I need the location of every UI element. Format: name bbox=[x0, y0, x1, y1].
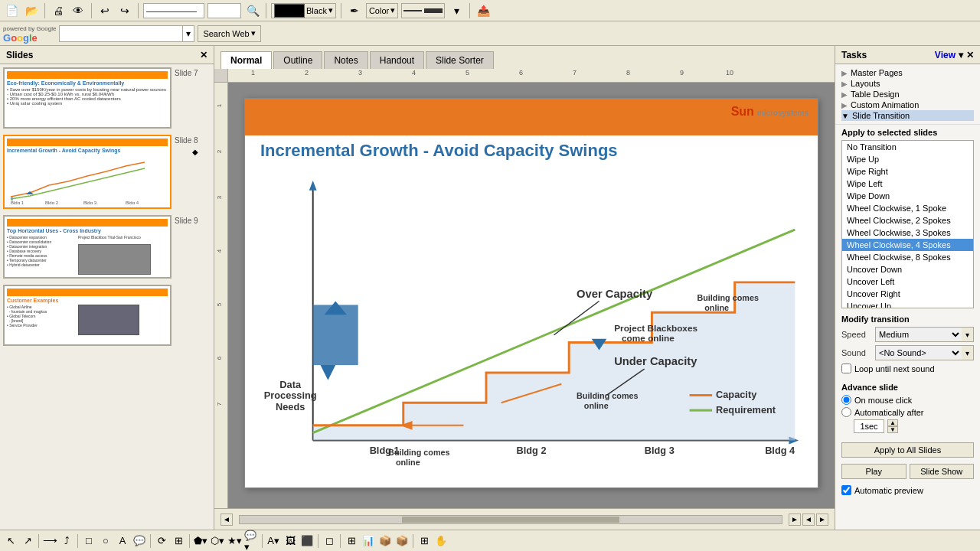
flowchart-btn[interactable]: ⬡▾ bbox=[210, 533, 225, 549]
insert-table-btn[interactable]: ⊞ bbox=[344, 533, 359, 549]
tasks-close-btn[interactable]: ✕ bbox=[966, 50, 974, 60]
export-icon[interactable]: 📤 bbox=[475, 2, 492, 19]
transition-item-13[interactable]: Uncover Up bbox=[842, 300, 973, 308]
print-icon[interactable]: 🖨 bbox=[50, 2, 67, 19]
select-tool[interactable]: ↖ bbox=[3, 533, 18, 549]
loop-checkbox[interactable] bbox=[841, 364, 851, 373]
drawing-toolbar: ↖ ↗ ⟶ ⤴ □ ○ A 💬 ⟳ ⊞ ⬟▾ ⬡▾ ★▾ 💬▾ A▾ 🖼 ⬛ ◻… bbox=[0, 530, 980, 551]
preview-icon[interactable]: 👁 bbox=[70, 2, 87, 19]
transition-item-1[interactable]: Wipe Up bbox=[842, 153, 973, 165]
slide-thumb-10[interactable]: Customer Examples • Global Airline - fou… bbox=[3, 285, 172, 346]
from-file-btn[interactable]: 🖼 bbox=[283, 533, 298, 549]
next-slide-btn[interactable]: ► bbox=[789, 514, 801, 526]
zoom-value-input[interactable]: 0.01" bbox=[207, 3, 241, 18]
insert-chart-btn[interactable]: 📊 bbox=[361, 533, 376, 549]
node-tool[interactable]: ↗ bbox=[20, 533, 35, 549]
svg-marker-18 bbox=[321, 365, 336, 380]
new-icon[interactable]: 📄 bbox=[3, 2, 20, 19]
callout-tool[interactable]: 💬 bbox=[132, 533, 147, 549]
tab-normal[interactable]: Normal bbox=[220, 51, 272, 69]
auto-after-radio[interactable] bbox=[841, 407, 851, 417]
horizontal-scrollbar[interactable] bbox=[239, 515, 782, 524]
slide-nav-prev[interactable]: ◄ bbox=[802, 514, 815, 526]
zoom-icon[interactable]: 🔍 bbox=[244, 2, 261, 19]
auto-preview-checkbox[interactable] bbox=[841, 485, 851, 495]
transition-item-3[interactable]: Wipe Left bbox=[842, 178, 973, 190]
zoom-input[interactable] bbox=[143, 3, 204, 18]
line-tool[interactable]: ⟶ bbox=[42, 533, 57, 549]
sound-select[interactable]: <No Sound> bbox=[875, 345, 962, 360]
search-input[interactable] bbox=[60, 26, 182, 41]
slide-nav-next[interactable]: ► bbox=[816, 514, 828, 526]
tab-slide-sorter[interactable]: Slide Sorter bbox=[426, 51, 494, 69]
connector-tool[interactable]: ⤴ bbox=[59, 533, 74, 549]
time-spin-up[interactable]: ▲ bbox=[887, 419, 898, 426]
align-tool[interactable]: ⊞ bbox=[171, 533, 186, 549]
mouse-click-radio[interactable] bbox=[841, 395, 851, 405]
shapes-btn[interactable]: ⬟▾ bbox=[193, 533, 208, 549]
transition-item-9[interactable]: Wheel Clockwise, 8 Spokes bbox=[842, 251, 973, 263]
open-icon[interactable]: 📂 bbox=[23, 2, 40, 19]
stars-btn[interactable]: ★▾ bbox=[227, 533, 242, 549]
tasks-link-layouts[interactable]: ▶ Layouts bbox=[841, 78, 974, 89]
show-draw-functions-btn[interactable]: ⊞ bbox=[416, 533, 432, 549]
prev-slide-btn[interactable]: ◄ bbox=[220, 514, 233, 526]
tasks-link-slide-transition[interactable]: ▼ Slide Transition bbox=[841, 110, 974, 121]
tasks-link-custom-animation[interactable]: ▶ Custom Animation bbox=[841, 99, 974, 110]
transition-list[interactable]: No TransitionWipe UpWipe RightWipe LeftW… bbox=[841, 140, 974, 308]
transition-item-10[interactable]: Uncover Down bbox=[842, 263, 973, 276]
play-btn[interactable]: Play bbox=[841, 464, 906, 479]
color-mode-btn[interactable]: Color ▾ bbox=[366, 3, 398, 18]
slides-close-btn[interactable]: ✕ bbox=[200, 50, 207, 60]
tasks-view-label[interactable]: View bbox=[935, 50, 956, 60]
time-spin-down[interactable]: ▼ bbox=[887, 426, 898, 433]
transition-item-8[interactable]: Wheel Clockwise, 4 Spokes bbox=[842, 239, 973, 251]
shadow-btn[interactable]: ◻ bbox=[322, 533, 337, 549]
slide-thumb-9[interactable]: Top Horizontal Uses - Cross Industry • D… bbox=[3, 215, 172, 279]
transition-item-5[interactable]: Wheel Clockwise, 1 Spoke bbox=[842, 202, 973, 214]
sep6 bbox=[469, 3, 470, 18]
transition-item-7[interactable]: Wheel Clockwise, 3 Spokes bbox=[842, 227, 973, 239]
transition-item-2[interactable]: Wipe Right bbox=[842, 165, 973, 178]
rotate-tool[interactable]: ⟳ bbox=[154, 533, 169, 549]
slide-content[interactable]: Sun microsystems Incremental Growth - Av… bbox=[244, 98, 818, 488]
extrusion-btn[interactable]: ⬛ bbox=[299, 533, 315, 549]
search-web-btn[interactable]: Search Web ▾ bbox=[198, 25, 260, 42]
view-dropdown-arrow[interactable]: ▾ bbox=[959, 50, 963, 60]
eyedropper-icon[interactable]: ✒ bbox=[346, 2, 363, 19]
tasks-link-table-design[interactable]: ▶ Table Design bbox=[841, 89, 974, 99]
rect-tool[interactable]: □ bbox=[81, 533, 96, 549]
transition-item-12[interactable]: Uncover Right bbox=[842, 288, 973, 300]
tasks-link-master-pages[interactable]: ▶ Master Pages bbox=[841, 67, 974, 78]
callouts-btn[interactable]: 💬▾ bbox=[243, 533, 259, 549]
apply-to-all-btn[interactable]: Apply to All Slides bbox=[841, 442, 974, 458]
sound-dropdown-arrow[interactable]: ▾ bbox=[962, 345, 974, 360]
tab-outline[interactable]: Outline bbox=[273, 51, 322, 69]
color-selector[interactable]: Black ▾ bbox=[271, 3, 336, 18]
fontwork-btn[interactable]: A▾ bbox=[266, 533, 281, 549]
undo-icon[interactable]: ↩ bbox=[96, 2, 113, 19]
speed-dropdown-arrow[interactable]: ▾ bbox=[962, 327, 974, 342]
insert-olap-btn[interactable]: 📦 bbox=[394, 533, 410, 549]
ellipse-tool[interactable]: ○ bbox=[98, 533, 113, 549]
transition-item-0[interactable]: No Transition bbox=[842, 141, 973, 153]
search-dropdown-btn[interactable]: ▾ bbox=[183, 28, 194, 39]
slide-9-label: Slide 9 bbox=[175, 215, 198, 225]
redo-icon[interactable]: ↪ bbox=[116, 2, 133, 19]
transition-item-4[interactable]: Wipe Down bbox=[842, 190, 973, 202]
speed-label: Speed bbox=[841, 330, 872, 339]
transition-item-11[interactable]: Uncover Left bbox=[842, 276, 973, 288]
slide-thumb-8[interactable]: Incremental Growth - Avoid Capacity Swin… bbox=[3, 135, 172, 209]
insert-frame-btn[interactable]: 📦 bbox=[377, 533, 393, 549]
line-style-selector[interactable] bbox=[401, 3, 445, 18]
slide-thumb-7[interactable]: Eco-friendly: Economically & Environment… bbox=[3, 67, 172, 129]
time-input[interactable] bbox=[854, 419, 884, 433]
slide-show-btn[interactable]: Slide Show bbox=[910, 464, 975, 479]
drag-mode-btn[interactable]: ✋ bbox=[433, 533, 449, 549]
tab-notes[interactable]: Notes bbox=[324, 51, 368, 69]
transition-item-6[interactable]: Wheel Clockwise, 2 Spokes bbox=[842, 214, 973, 227]
tab-handout[interactable]: Handout bbox=[370, 51, 424, 69]
text-tool[interactable]: A bbox=[115, 533, 130, 549]
dropdown-arrow-icon[interactable]: ▾ bbox=[448, 2, 465, 19]
speed-select[interactable]: Medium Slow Fast bbox=[875, 327, 962, 342]
